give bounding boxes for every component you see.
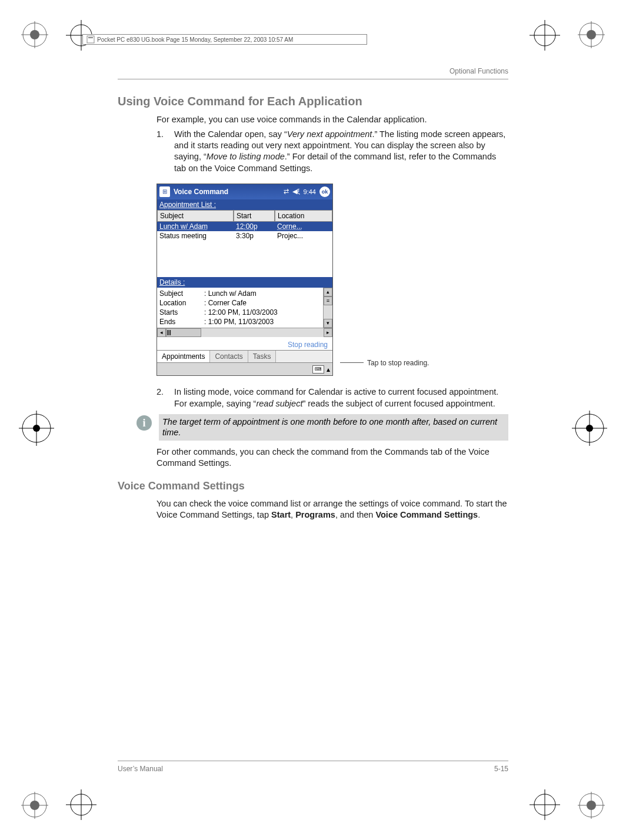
crop-mark-bl [21, 792, 48, 819]
pocket-pc-screenshot: ⊞ Voice Command ⇄ ◀ξ 9:44 ok Appointment… [156, 184, 333, 376]
crop-mark-tr [578, 21, 605, 48]
tab-bar: Appointments Contacts Tasks [157, 350, 332, 362]
scroll-thumb[interactable]: ≡ [324, 296, 332, 305]
framemaker-text: Pocket PC e830 UG.book Page 15 Monday, S… [97, 36, 293, 43]
crop-mark-tl [21, 21, 48, 48]
note-block: i The target term of appointment is one … [135, 414, 508, 441]
tab-tasks[interactable]: Tasks [248, 351, 277, 362]
footer-right: 5-15 [494, 765, 508, 773]
stop-reading-link[interactable]: Stop reading [288, 341, 328, 349]
step-1-text: With the Calendar open, say “Very next a… [174, 129, 508, 174]
heading-voice-command-settings: Voice Command Settings [118, 480, 508, 492]
ok-button[interactable]: ok [319, 186, 330, 197]
col-start[interactable]: Start [234, 210, 275, 222]
bind-mark-right [572, 411, 607, 446]
scroll-right-icon[interactable]: ▸ [324, 328, 332, 337]
appointment-list-label: Appointment List : [157, 199, 332, 210]
heading-using-voice-command: Using Voice Command for Each Application [118, 95, 508, 108]
col-location[interactable]: Location [275, 210, 332, 222]
start-flag-icon[interactable]: ⊞ [159, 186, 170, 197]
scroll-up-icon[interactable]: ▴ [324, 288, 332, 296]
grid-row[interactable]: Status meeting 3:30p Projec... [157, 231, 332, 241]
keyboard-icon[interactable]: ⌨ [312, 365, 324, 374]
step-2: 2. In listing mode, voice command for Ca… [156, 386, 508, 409]
tab-appointments[interactable]: Appointments [157, 351, 210, 362]
note-text: The target term of appointment is one mo… [159, 414, 508, 441]
step-2-text: In listing mode, voice command for Calen… [174, 386, 508, 409]
details-scrollbar-horizontal[interactable]: ◂ Ⅲ ▸ [157, 328, 332, 337]
svg-text:i: i [142, 417, 145, 429]
connectivity-icon: ⇄ [284, 188, 289, 195]
device-titlebar: ⊞ Voice Command ⇄ ◀ξ 9:44 ok [157, 184, 332, 199]
sip-up-icon[interactable]: ▴ [327, 365, 330, 374]
callout-stop-reading: Tap to stop reading. [340, 359, 429, 367]
after-note-text: For other commands, you can check the co… [156, 446, 508, 469]
info-icon: i [135, 414, 153, 432]
sip-bar: ⌨ ▴ [157, 362, 332, 375]
page-footer: User’s Manual 5-15 [118, 761, 508, 773]
grid-row-selected[interactable]: Lunch w/ Adam 12:00p Corne... [157, 222, 332, 231]
scroll-left-icon[interactable]: ◂ [157, 328, 166, 337]
framemaker-header: Pocket PC e830 UG.book Page 15 Monday, S… [82, 34, 367, 45]
step-2-number: 2. [156, 386, 167, 409]
vcs-text: You can check the voice command list or … [156, 498, 508, 521]
details-label: Details : [157, 277, 332, 288]
titlebar-status-icons: ⇄ ◀ξ 9:44 ok [284, 186, 330, 197]
grid-header: Subject Start Location [157, 210, 332, 222]
grid-empty-area [157, 241, 332, 277]
crop-mark-br [578, 792, 605, 819]
scroll-thumb-h[interactable]: Ⅲ [166, 328, 201, 337]
clock-text: 9:44 [304, 188, 316, 195]
speaker-icon: ◀ξ [292, 188, 300, 195]
details-box: Subject Location Starts Ends : Lunch w/ … [157, 288, 323, 328]
details-scrollbar-vertical[interactable]: ▴ ≡ ▾ [323, 288, 332, 328]
footer-left: User’s Manual [118, 765, 163, 773]
intro-text: For example, you can use voice commands … [156, 114, 508, 125]
step-1-number: 1. [156, 129, 167, 174]
scroll-down-icon[interactable]: ▾ [324, 319, 332, 328]
bind-mark-left [19, 411, 54, 446]
device-title: Voice Command [174, 188, 280, 196]
step-1: 1. With the Calendar open, say “Very nex… [156, 129, 508, 174]
running-header: Optional Functions [118, 67, 508, 79]
tab-contacts[interactable]: Contacts [210, 351, 248, 362]
col-subject[interactable]: Subject [157, 210, 234, 222]
svg-rect-37 [88, 37, 93, 38]
svg-rect-36 [87, 36, 94, 43]
